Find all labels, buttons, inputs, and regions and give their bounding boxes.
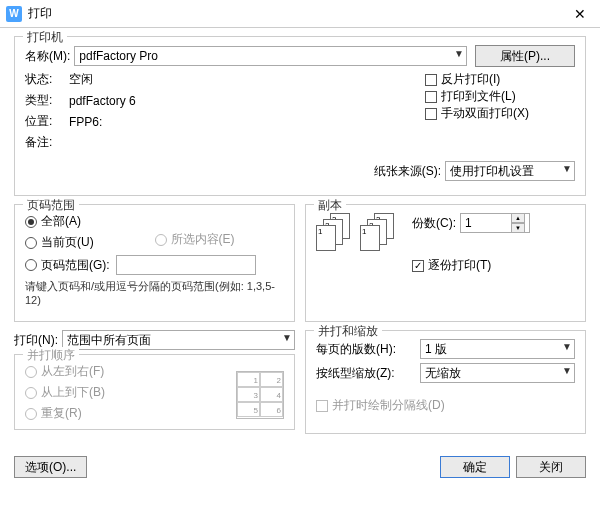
current-page-radio[interactable]: 当前页(U) (25, 234, 155, 251)
page-range-group: 页码范围 全部(A) 当前页(U) 所选内容(E) 页码范围(G): 请键入页码… (14, 204, 295, 322)
top-to-bottom-radio: 从上到下(B) (25, 384, 236, 401)
title-bar: W 打印 ✕ (0, 0, 600, 28)
pages-per-sheet-select[interactable]: 1 版▼ (420, 339, 575, 359)
selection-radio: 所选内容(E) (155, 231, 285, 248)
zoom-title: 并打和缩放 (314, 323, 382, 340)
copies-label: 份数(C): (412, 215, 456, 232)
location-value: FPP6: (69, 115, 102, 129)
location-label: 位置: (25, 113, 65, 130)
reverse-print-checkbox[interactable]: 反片打印(I) (425, 71, 575, 88)
draw-separator-checkbox: 并打时绘制分隔线(D) (316, 397, 575, 414)
page-range-radio[interactable]: 页码范围(G): (25, 255, 284, 275)
window-title: 打印 (28, 5, 52, 22)
collate-diagram-icon-2: 3 2 1 (360, 213, 398, 251)
repeat-radio: 重复(R) (25, 405, 236, 422)
print-what-label: 打印(N): (14, 332, 58, 349)
collate-checkbox[interactable]: ✓逐份打印(T) (412, 257, 575, 274)
status-label: 状态: (25, 71, 65, 88)
copies-group: 副本 3 2 1 3 2 1 份数(C): (305, 204, 586, 322)
order-diagram-icon: 123456 (236, 371, 284, 419)
print-to-file-checkbox[interactable]: 打印到文件(L) (425, 88, 575, 105)
printer-name-select[interactable]: pdfFactory Pro ▼ (74, 46, 467, 66)
status-value: 空闲 (69, 71, 93, 88)
all-pages-radio[interactable]: 全部(A) (25, 213, 155, 230)
type-label: 类型: (25, 92, 65, 109)
name-label: 名称(M): (25, 48, 70, 65)
left-to-right-radio: 从左到右(F) (25, 363, 236, 380)
properties-button[interactable]: 属性(P)... (475, 45, 575, 67)
copies-spinner[interactable]: ▲▼ (460, 213, 530, 233)
options-button[interactable]: 选项(O)... (14, 456, 87, 478)
page-range-title: 页码范围 (23, 197, 79, 214)
page-range-hint: 请键入页码和/或用逗号分隔的页码范围(例如: 1,3,5-12) (25, 279, 284, 308)
paper-source-label: 纸张来源(S): (374, 163, 441, 180)
dialog-footer: 选项(O)... 确定 关闭 (0, 450, 600, 484)
page-range-input[interactable] (116, 255, 256, 275)
app-logo-icon: W (6, 6, 22, 22)
pages-per-sheet-label: 每页的版数(H): (316, 341, 416, 358)
copies-input[interactable] (461, 214, 511, 232)
printer-group-title: 打印机 (23, 29, 67, 46)
printer-group: 打印机 名称(M): pdfFactory Pro ▼ 属性(P)... 状态:… (14, 36, 586, 196)
print-order-title: 并打顺序 (23, 347, 79, 364)
print-order-group: 并打顺序 从左到右(F) 从上到下(B) 重复(R) 123456 (14, 354, 295, 430)
collate-diagram-icon: 3 2 1 (316, 213, 354, 251)
close-button[interactable]: 关闭 (516, 456, 586, 478)
close-icon[interactable]: ✕ (566, 6, 594, 22)
type-value: pdfFactory 6 (69, 94, 136, 108)
manual-duplex-checkbox[interactable]: 手动双面打印(X) (425, 105, 575, 122)
zoom-group: 并打和缩放 每页的版数(H): 1 版▼ 按纸型缩放(Z): 无缩放▼ 并打时绘… (305, 330, 586, 434)
copies-title: 副本 (314, 197, 346, 214)
ok-button[interactable]: 确定 (440, 456, 510, 478)
print-what-select[interactable]: 范围中所有页面 ▼ (62, 330, 295, 350)
scale-select[interactable]: 无缩放▼ (420, 363, 575, 383)
printer-name-value: pdfFactory Pro (79, 49, 158, 63)
comment-label: 备注: (25, 134, 65, 151)
paper-source-select[interactable]: 使用打印机设置 ▼ (445, 161, 575, 181)
scale-label: 按纸型缩放(Z): (316, 365, 416, 382)
